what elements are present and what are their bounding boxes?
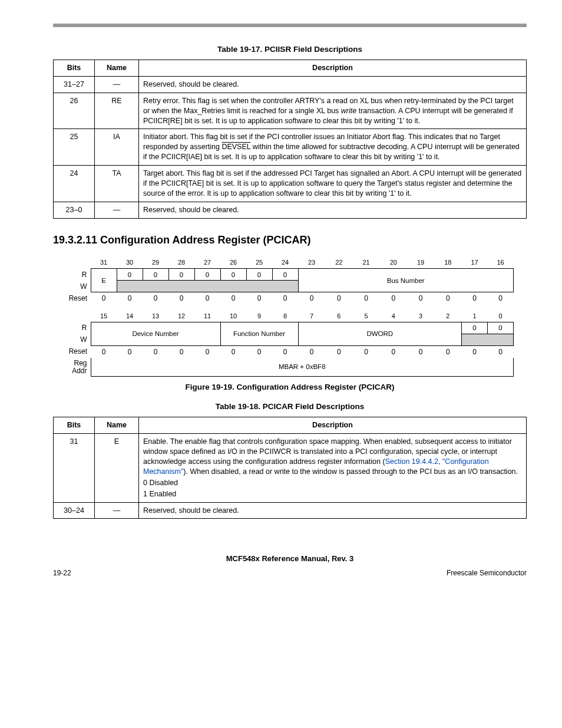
reset-val: 0: [246, 345, 272, 358]
bitnum: 26: [220, 257, 246, 269]
reset-val: 0: [143, 345, 168, 358]
text: ). When disabled, a read or write to the…: [183, 467, 518, 476]
bitnum-row-lo: 15 14 13 12 11 10 9 8 7 6 5 4 3 2 1 0: [66, 310, 514, 322]
table-row: 31 E Enable. The enable flag that contro…: [54, 434, 527, 502]
row-label-regaddr: Reg Addr: [66, 358, 91, 377]
cell-name: TA: [95, 166, 139, 202]
bitnum: 15: [91, 310, 117, 322]
reset-val: 0: [380, 345, 407, 358]
reset-val: 0: [117, 345, 143, 358]
row-label-reset: Reset: [66, 345, 91, 358]
bitnum: 4: [380, 310, 407, 322]
reset-val: 0: [298, 345, 325, 358]
cell-bits: 23–0: [54, 202, 95, 218]
cell-name: E: [95, 434, 139, 502]
col-bits: Bits: [54, 417, 95, 434]
field-zero: 0: [143, 269, 168, 281]
col-desc: Description: [139, 417, 527, 434]
bitnum: 1: [462, 310, 488, 322]
reset-val: 0: [488, 345, 514, 358]
section-heading: 19.3.2.11 Configuration Address Register…: [53, 234, 527, 246]
page-number: 19-22: [53, 569, 71, 577]
bitnum: 14: [117, 310, 143, 322]
reset-val: 0: [143, 292, 168, 305]
reset-val: 0: [434, 292, 461, 305]
footer-title: MCF548x Reference Manual, Rev. 3: [53, 554, 527, 563]
cell-bits: 26: [54, 93, 95, 129]
reset-val: 0: [462, 292, 488, 305]
table-header-row: Bits Name Description: [54, 60, 527, 77]
reset-row-lo: Reset 0 0 0 0 0 0 0 0 0 0 0 0 0 0 0 0: [66, 345, 514, 358]
cell-bits: 31: [54, 434, 95, 502]
cell-name: —: [95, 76, 139, 93]
reset-val: 0: [434, 345, 461, 358]
field-dword: DWORD: [298, 322, 462, 345]
reset-val: 0: [298, 292, 325, 305]
reset-val: 0: [194, 345, 220, 358]
reset-row-hi: Reset 0 0 0 0 0 0 0 0 0 0 0 0 0 0 0 0: [66, 292, 514, 305]
reset-val: 0: [325, 292, 352, 305]
bitnum: 30: [117, 257, 143, 269]
reset-val: 0: [407, 292, 434, 305]
field-zero: 0: [246, 269, 272, 281]
row-label-w: W: [66, 281, 91, 292]
cell-desc: Reserved, should be cleared.: [139, 502, 527, 519]
reset-val: 0: [353, 345, 380, 358]
cell-desc: Reserved, should be cleared.: [139, 76, 527, 93]
section-number: 19.3.2.11: [53, 234, 97, 246]
bitnum: 20: [380, 257, 407, 269]
reset-val: 0: [194, 292, 220, 305]
text-overline: DEVSEL: [222, 143, 250, 151]
reset-val: 0: [91, 292, 117, 305]
table-row: 30–24 — Reserved, should be cleared.: [54, 502, 527, 519]
reset-val: 0: [488, 292, 514, 305]
bitnum: 21: [353, 257, 380, 269]
bitnum: 11: [194, 310, 220, 322]
reset-val: 0: [220, 292, 246, 305]
table-row: 25 IA Initiator abort. This flag bit is …: [54, 129, 527, 166]
table18: Bits Name Description 31 E Enable. The e…: [53, 417, 527, 519]
r-row-hi: R E 0 0 0 0 0 0 0 Bus Number: [66, 269, 514, 281]
reset-val: 0: [462, 345, 488, 358]
bitnum: 19: [407, 257, 434, 269]
col-bits: Bits: [54, 60, 95, 77]
cell-desc: Target abort. This flag bit is set if th…: [139, 166, 527, 202]
field-zero: 0: [220, 269, 246, 281]
enum-option: 1 Enabled: [143, 489, 522, 499]
bitnum: 24: [272, 257, 298, 269]
field-zero: 0: [117, 269, 143, 281]
reset-val: 0: [407, 345, 434, 358]
reset-val: 0: [380, 292, 407, 305]
bitnum: 18: [434, 257, 461, 269]
reset-val: 0: [272, 292, 298, 305]
r-row-lo: R Device Number Function Number DWORD 0 …: [66, 322, 514, 334]
bitnum: 5: [353, 310, 380, 322]
row-label-w: W: [66, 334, 91, 345]
bitnum-row-hi: 31 30 29 28 27 26 25 24 23 22 21 20 19 1…: [66, 257, 514, 269]
bitnum: 0: [488, 310, 514, 322]
regaddr-row: Reg Addr MBAR + 0xBF8: [66, 358, 514, 377]
table17: Bits Name Description 31–27 — Reserved, …: [53, 60, 527, 219]
bitnum: 8: [272, 310, 298, 322]
bitnum: 9: [246, 310, 272, 322]
bitnum: 31: [91, 257, 117, 269]
bitnum: 6: [325, 310, 352, 322]
col-name: Name: [95, 417, 139, 434]
bitnum: 3: [407, 310, 434, 322]
bitnum: 23: [298, 257, 325, 269]
cell-name: —: [95, 202, 139, 218]
text-italic: write: [341, 107, 356, 115]
section-title: Configuration Address Register (PCICAR): [100, 234, 310, 246]
field-zero: 0: [194, 269, 220, 281]
col-desc: Description: [139, 60, 527, 77]
bitnum: 25: [246, 257, 272, 269]
bitnum: 12: [168, 310, 194, 322]
bitnum: 29: [143, 257, 168, 269]
col-name: Name: [95, 60, 139, 77]
footer-row: 19-22 Freescale Semiconductor: [53, 569, 527, 577]
w-shaded: [462, 334, 514, 345]
regaddr-value: MBAR + 0xBF8: [91, 358, 514, 377]
bitnum: 7: [298, 310, 325, 322]
reset-val: 0: [220, 345, 246, 358]
cell-bits: 31–27: [54, 76, 95, 93]
